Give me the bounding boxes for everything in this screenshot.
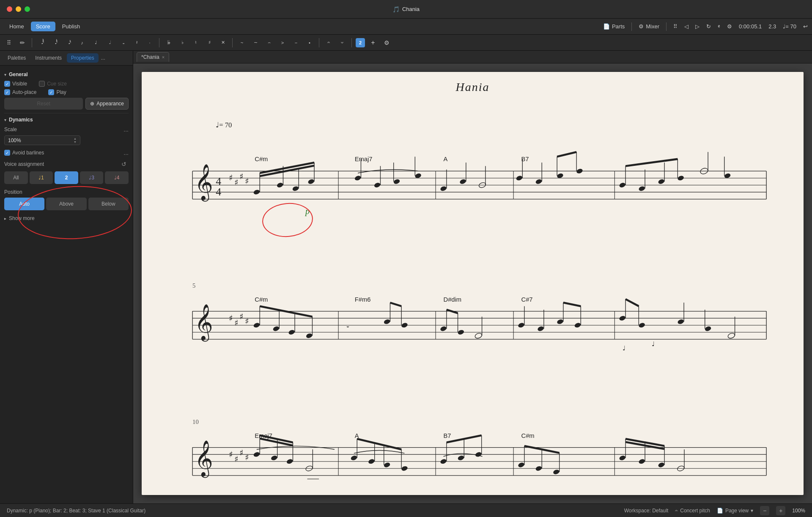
trill-icon[interactable]: ∼ <box>250 37 261 48</box>
toolbar-separator-3 <box>232 38 233 47</box>
dynamics-arrow[interactable]: ▾ <box>4 118 6 122</box>
note-whole-icon[interactable]: 𝅝 <box>117 37 128 48</box>
tempo-marking: ♩= 70 <box>216 121 232 129</box>
metronome-button[interactable]: 𝄵 <box>718 23 720 30</box>
position-auto-button[interactable]: Auto <box>4 198 44 210</box>
tenuto-icon[interactable]: − <box>291 37 302 48</box>
tuning-fork-icon: 𝄐 <box>675 508 678 514</box>
titlebar: 🎵 Chania <box>0 0 812 19</box>
zoom-in-button[interactable]: + <box>776 506 785 515</box>
avoid-barlines-dots[interactable]: ... <box>123 149 129 156</box>
double-flat-icon[interactable]: 𝄫 <box>163 37 174 48</box>
mixer-button[interactable]: ⚙ Mixer <box>639 23 659 30</box>
voice-2-button[interactable]: 2 <box>55 171 78 184</box>
concert-pitch-item[interactable]: 𝄐 Concert pitch <box>675 508 710 514</box>
score-tab[interactable]: *Chania × <box>137 52 169 62</box>
accent-icon[interactable]: > <box>277 37 288 48</box>
scale-dots[interactable]: ... <box>123 126 129 133</box>
svg-point-186 <box>638 458 645 465</box>
undo-button[interactable]: ↩ <box>803 23 808 30</box>
loop-button[interactable]: ↻ <box>706 23 711 30</box>
dynamic-p[interactable]: p <box>304 206 310 216</box>
visible-checkbox-label[interactable]: Visible <box>4 81 27 87</box>
position-below-button[interactable]: Below <box>88 198 129 210</box>
note-16th-icon[interactable]: 𝅘𝅥𝅰 <box>63 37 74 48</box>
rest-icon[interactable]: 𝄽 <box>131 37 142 48</box>
avoid-barlines-checkbox[interactable] <box>4 150 10 156</box>
svg-point-102 <box>440 326 447 332</box>
tab-instruments[interactable]: Instruments <box>31 53 66 63</box>
svg-point-184 <box>619 455 626 461</box>
close-button[interactable] <box>7 6 12 12</box>
visible-checkbox[interactable] <box>4 81 10 87</box>
parts-button[interactable]: 📄 Parts <box>603 23 625 30</box>
sharp-icon[interactable]: ♯ <box>204 37 215 48</box>
avoid-barlines-label[interactable]: Avoid barlines <box>4 150 44 156</box>
note-32nd-icon[interactable]: 𝅘𝅥𝅱 <box>49 37 60 48</box>
auto-place-checkbox[interactable] <box>4 89 10 95</box>
rewind-button[interactable]: ◁ <box>684 23 689 30</box>
voice-4-button[interactable]: ♩4 <box>105 171 129 184</box>
staccato-icon[interactable]: • <box>304 37 315 48</box>
flat-icon[interactable]: ♭ <box>177 37 188 48</box>
auto-place-label[interactable]: Auto-place <box>4 89 36 95</box>
reset-button[interactable]: Reset <box>4 98 83 110</box>
general-buttons-row: Reset ⊕ Appearance <box>4 98 129 110</box>
tab-close-button[interactable]: × <box>162 55 165 60</box>
svg-point-120 <box>638 322 645 328</box>
nav-home[interactable]: Home <box>4 22 29 31</box>
settings-button[interactable]: ⚙ <box>727 23 732 30</box>
panel-tab-more[interactable]: ... <box>101 55 105 61</box>
play-checkbox[interactable] <box>48 89 54 95</box>
play-button[interactable]: ▷ <box>695 23 700 30</box>
svg-text:♯: ♯ <box>229 173 233 182</box>
note-quarter-icon[interactable]: ♩ <box>90 37 101 48</box>
nav-score[interactable]: Score <box>31 22 55 31</box>
position-above-button[interactable]: Above <box>46 198 86 210</box>
staff-row-3: 10 𝄞 <box>192 418 766 484</box>
natural-icon[interactable]: ♮ <box>190 37 201 48</box>
scale-input-field[interactable]: 100% ▲ ▼ <box>4 135 80 145</box>
pencil-icon[interactable]: ✏ <box>17 37 28 48</box>
voice2-icon[interactable]: 2 <box>356 38 365 47</box>
cue-size-checkbox[interactable] <box>39 81 45 87</box>
minimize-button[interactable] <box>16 6 21 12</box>
svg-text:♯: ♯ <box>239 312 244 321</box>
scale-down-arrow[interactable]: ▼ <box>74 140 77 143</box>
slur-icon[interactable]: ~ <box>236 37 247 48</box>
note-eighth-icon[interactable]: ♪ <box>77 37 88 48</box>
svg-text:♯: ♯ <box>239 448 244 457</box>
dot-icon[interactable]: · <box>144 37 155 48</box>
play-label[interactable]: Play <box>48 89 66 95</box>
note-64th-icon[interactable]: 𝅘𝅥𝅲 <box>36 37 47 48</box>
fullscreen-button[interactable] <box>25 6 30 12</box>
double-sharp-icon[interactable]: ✕ <box>217 37 228 48</box>
drag-handle-icon[interactable]: ⠿ <box>3 37 14 48</box>
note-input-icon[interactable]: 𝄑 <box>337 37 348 48</box>
general-arrow[interactable]: ▾ <box>4 72 6 77</box>
repeat-icon[interactable]: 𝄐 <box>323 37 334 48</box>
auto-place-row: Auto-place Play <box>4 89 129 95</box>
zoom-out-button[interactable]: − <box>760 506 769 515</box>
appearance-button[interactable]: ⊕ Appearance <box>85 98 129 110</box>
voice-reset-button[interactable]: ↺ <box>119 160 129 169</box>
add-element-button[interactable]: + <box>368 37 379 48</box>
cue-size-label: Cue size <box>39 81 67 87</box>
svg-text:D#dim: D#dim <box>444 296 462 303</box>
scale-stepper[interactable]: ▲ ▼ <box>74 137 77 143</box>
svg-point-107 <box>475 333 483 339</box>
toolbar-separator-5 <box>351 38 352 47</box>
toolbar-settings-icon[interactable]: ⚙ <box>381 37 392 48</box>
note-half-icon[interactable]: 𝅗𝅥 <box>104 37 115 48</box>
tab-properties[interactable]: Properties <box>67 53 99 63</box>
scale-up-arrow[interactable]: ▲ <box>74 137 77 140</box>
tab-palettes[interactable]: Palettes <box>3 53 30 63</box>
voice-3-button[interactable]: ♩3 <box>80 171 104 184</box>
show-more-arrow: ▸ <box>4 216 6 221</box>
voice-all-button[interactable]: All <box>4 171 28 184</box>
page-view-item[interactable]: 📄 Page view ▾ <box>717 508 753 514</box>
show-more[interactable]: ▸ Show more <box>4 215 129 221</box>
voice-1-button[interactable]: ♩1 <box>30 171 53 184</box>
nav-publish[interactable]: Publish <box>57 22 85 31</box>
tie-icon[interactable]: ⌢ <box>263 37 274 48</box>
